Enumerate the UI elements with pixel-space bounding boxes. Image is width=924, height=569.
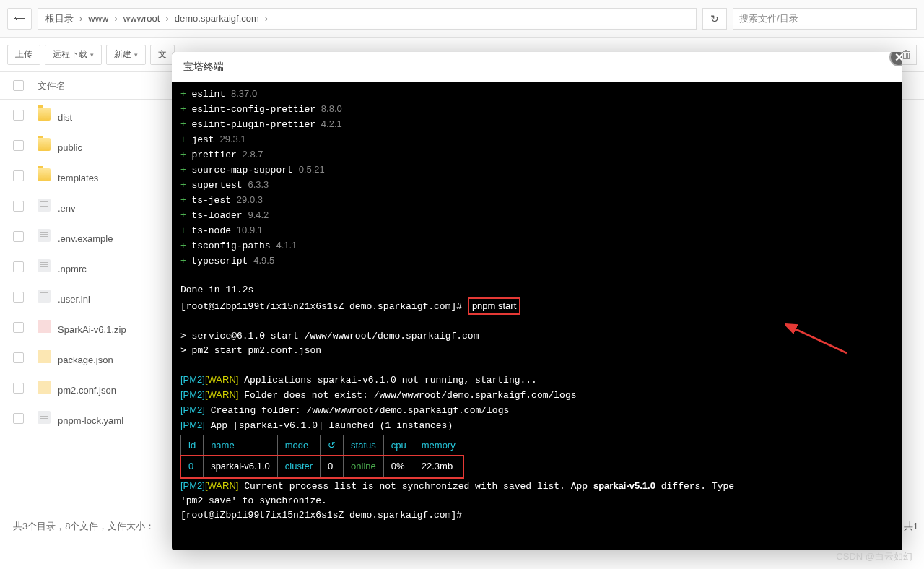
file-name: .npmrc [58,264,87,274]
json-icon [38,381,51,394]
pm2-table: idnamemode↺statuscpumemory0sparkai-v6.1.… [180,435,463,477]
more-button[interactable]: 文 [150,45,175,65]
row-checkbox[interactable] [13,231,24,242]
remote-download-button[interactable]: 远程下载▾ [45,45,102,65]
file-icon [38,259,51,272]
footer-summary: 共3个目录，8个文件，文件大小： [13,520,154,533]
watermark: CSDN @白云如幻 [836,550,912,563]
crumb-domain[interactable]: demo.sparkaigf.com [175,13,259,24]
file-name: pnpm-lock.yaml [58,415,123,426]
crumb-root[interactable]: 根目录 [45,12,74,25]
file-name: dist [58,112,72,123]
row-checkbox[interactable] [13,352,24,363]
terminal-output[interactable]: + eslint 8.37.0 + eslint-config-prettier… [172,82,902,531]
row-checkbox[interactable] [13,261,24,272]
crumb-wwwroot[interactable]: wwwroot [123,13,160,24]
row-checkbox[interactable] [13,201,24,212]
modal-title: 宝塔终端 [172,52,902,82]
folder-icon [38,108,51,121]
fm-header: 🡐 根目录› www› wwwroot› demo.sparkaigf.com›… [0,0,924,38]
file-icon [38,290,51,303]
back-button[interactable]: 🡐 [7,8,32,30]
folder-icon [38,168,51,181]
search-input[interactable]: 搜索文件/目录 [733,8,917,30]
file-name: package.json [58,355,113,365]
row-checkbox[interactable] [13,292,24,303]
file-icon [38,229,51,242]
file-name: .env.example [58,233,113,244]
folder-icon [38,138,51,151]
json-icon [38,350,51,363]
row-checkbox[interactable] [13,383,24,394]
file-name: public [58,142,82,153]
file-name: templates [58,173,98,183]
crumb-www[interactable]: www [88,13,108,24]
select-all-checkbox[interactable] [13,80,24,91]
search-placeholder: 搜索文件/目录 [739,12,798,25]
row-checkbox[interactable] [13,413,24,424]
breadcrumb[interactable]: 根目录› www› wwwroot› demo.sparkaigf.com› [38,8,697,30]
file-name: pm2.conf.json [58,385,116,396]
footer-suffix: 共1 [904,520,918,533]
terminal-modal: 宝塔终端 ✕ + eslint 8.37.0 + eslint-config-p… [172,52,902,550]
file-name: .env [58,203,76,214]
row-checkbox[interactable] [13,110,24,121]
upload-button[interactable]: 上传 [7,45,40,65]
file-icon [38,411,51,424]
new-button[interactable]: 新建▾ [106,45,146,65]
file-name: .user.ini [58,294,90,305]
zip-icon [38,320,51,333]
row-checkbox[interactable] [13,170,24,181]
row-checkbox[interactable] [13,322,24,333]
file-icon [38,199,51,212]
refresh-button[interactable]: ↻ [702,8,727,30]
file-name: SparkAi-v6.1.zip [58,324,126,335]
row-checkbox[interactable] [13,140,24,151]
